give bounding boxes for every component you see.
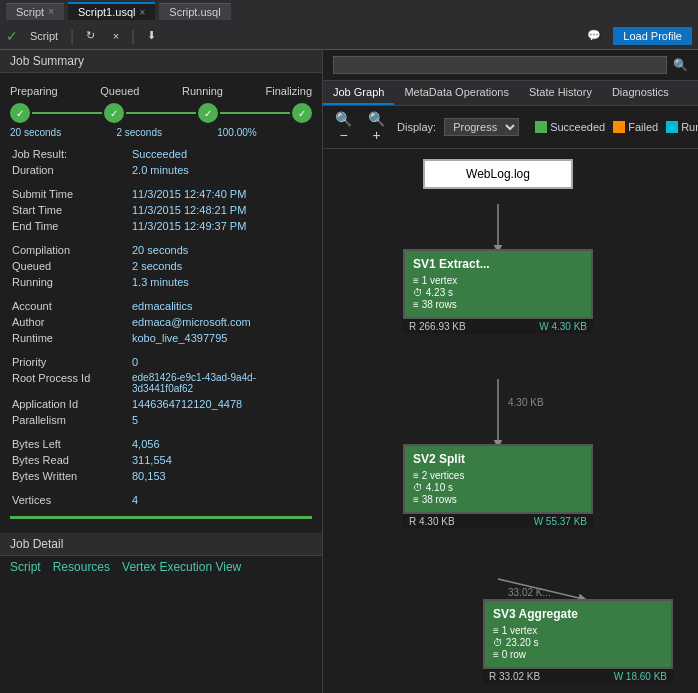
queued-value: 2 seconds xyxy=(130,258,312,274)
compilation-value: 20 seconds xyxy=(130,242,312,258)
end-time-value: 11/3/2015 12:49:37 PM xyxy=(130,218,312,234)
priority-label: Priority xyxy=(10,354,130,370)
tab-script1-close[interactable]: × xyxy=(139,7,145,18)
sv1-node[interactable]: SV1 Extract... ≡ 1 vertex ⏱ 4.23 s ≡ 38 … xyxy=(403,249,593,334)
tab-job-graph[interactable]: Job Graph xyxy=(323,81,394,105)
failed-label: Failed xyxy=(628,121,658,133)
bytes-read-value: 311,554 xyxy=(130,452,312,468)
job-detail-resources-link[interactable]: Resources xyxy=(53,560,110,574)
weblog-node[interactable]: WebLog.log xyxy=(423,159,573,189)
submit-time-label: Submit Time xyxy=(10,186,130,202)
sv2-footer: R 4.30 KB W 55.37 KB xyxy=(403,514,593,529)
graph-area: WebLog.log SV1 Extract... ≡ 1 vertex ⏱ 4… xyxy=(323,149,698,693)
sv1-w-value: W 4.30 KB xyxy=(539,321,587,332)
running-value: 1.3 minutes xyxy=(130,274,312,290)
graph-toolbar: 🔍− 🔍+ Display: Progress Data Time Succee… xyxy=(323,106,698,149)
download-icon: ⬇ xyxy=(147,29,156,42)
sv2-node[interactable]: SV2 Split ≡ 2 vertices ⏱ 4.10 s ≡ 38 row… xyxy=(403,444,593,529)
refresh-button[interactable]: ↻ xyxy=(80,27,101,44)
bytes-left-value: 4,056 xyxy=(130,436,312,452)
end-time-label: End Time xyxy=(10,218,130,234)
succeeded-label: Succeeded xyxy=(550,121,605,133)
right-panel: 🔍 Job Graph MetaData Operations State Hi… xyxy=(323,50,698,693)
edge-label-sv1-sv2: 4.30 KB xyxy=(508,397,544,408)
sv2-box: SV2 Split ≡ 2 vertices ⏱ 4.10 s ≡ 38 row… xyxy=(403,444,593,514)
bytes-left-label: Bytes Left xyxy=(10,436,130,452)
tabs-row: Job Graph MetaData Operations State Hist… xyxy=(323,81,698,106)
priority-value: 0 xyxy=(130,354,312,370)
legend-succeeded: Succeeded xyxy=(535,121,605,133)
tab-script1[interactable]: Script1.usql × xyxy=(68,2,155,20)
job-detail-vertex-execution-link[interactable]: Vertex Execution View xyxy=(122,560,241,574)
root-process-id-value: ede81426-e9c1-43ad-9a4d-3d3441f0af62 xyxy=(130,370,312,396)
job-detail-script-link[interactable]: Script xyxy=(10,560,41,574)
job-summary: Preparing Queued Running Finalizing ✓ ✓ xyxy=(0,73,322,527)
sv2-w-value: W 55.37 KB xyxy=(534,516,587,527)
tab-script[interactable]: Script × xyxy=(6,3,64,20)
job-detail-links: Script Resources Vertex Execution View xyxy=(10,556,312,574)
account-value: edmacalitics xyxy=(130,298,312,314)
graph-content: WebLog.log SV1 Extract... ≡ 1 vertex ⏱ 4… xyxy=(323,149,698,693)
succeeded-dot xyxy=(535,121,547,133)
sv3-footer: R 33.02 KB W 18.60 KB xyxy=(483,669,673,684)
sv3-r-value: R 33.02 KB xyxy=(489,671,540,682)
sv3-node[interactable]: SV3 Aggregate ≡ 1 vertex ⏱ 23.20 s ≡ 0 r… xyxy=(483,599,673,684)
main-layout: Job Summary Preparing Queued Running Fin… xyxy=(0,50,698,693)
message-button[interactable]: 💬 xyxy=(581,27,607,44)
bytes-read-label: Bytes Read xyxy=(10,452,130,468)
search-icon[interactable]: 🔍 xyxy=(673,58,688,72)
sv1-stat-rows: ≡ 38 rows xyxy=(413,299,583,310)
start-time-value: 11/3/2015 12:48:21 PM xyxy=(130,202,312,218)
preparing-time: 20 seconds xyxy=(10,127,61,138)
sv3-stat-vertices: ≡ 1 vertex xyxy=(493,625,663,636)
display-label: Display: xyxy=(397,121,436,133)
script-button[interactable]: Script xyxy=(24,28,64,44)
tab-state-history[interactable]: State History xyxy=(519,81,602,105)
download-button[interactable]: ⬇ xyxy=(141,27,162,44)
duration-value: 2.0 minutes xyxy=(130,162,312,178)
sv1-r-value: R 266.93 KB xyxy=(409,321,466,332)
tab-diagnostics[interactable]: Diagnostics xyxy=(602,81,679,105)
running-legend-label: Running xyxy=(681,121,698,133)
account-label: Account xyxy=(10,298,130,314)
tab-script-close[interactable]: × xyxy=(48,6,54,17)
sv1-stat-vertices: ≡ 1 vertex xyxy=(413,275,583,286)
parallelism-label: Parallelism xyxy=(10,412,130,428)
author-value: edmaca@microsoft.com xyxy=(130,314,312,330)
sv1-stat-time: ⏱ 4.23 s xyxy=(413,287,583,298)
running-dot xyxy=(666,121,678,133)
close-button[interactable]: × xyxy=(107,28,125,44)
display-select[interactable]: Progress Data Time xyxy=(444,118,519,136)
running-circle: ✓ xyxy=(198,103,218,123)
sv1-footer: R 266.93 KB W 4.30 KB xyxy=(403,319,593,334)
left-panel: Job Summary Preparing Queued Running Fin… xyxy=(0,50,323,693)
zoom-out-button[interactable]: 🔍− xyxy=(331,110,356,144)
job-detail-header: Job Detail xyxy=(0,533,322,556)
sv2-title: SV2 Split xyxy=(413,452,583,466)
search-input[interactable] xyxy=(333,56,667,74)
tab-script2-label: Script.usql xyxy=(169,6,220,18)
weblog-title: WebLog.log xyxy=(466,167,530,181)
zoom-in-button[interactable]: 🔍+ xyxy=(364,110,389,144)
runtime-value: kobo_live_4397795 xyxy=(130,330,312,346)
tab-script2[interactable]: Script.usql xyxy=(159,3,230,20)
vertices-value: 4 xyxy=(130,492,312,508)
runtime-label: Runtime xyxy=(10,330,130,346)
job-info-table: Job Result: Succeeded Duration 2.0 minut… xyxy=(10,146,312,508)
tab-metadata-operations[interactable]: MetaData Operations xyxy=(394,81,519,105)
toolbar: ✓ Script | ↻ × | ⬇ 💬 Load Profile xyxy=(0,22,698,50)
refresh-icon: ↻ xyxy=(86,29,95,42)
failed-dot xyxy=(613,121,625,133)
job-summary-header: Job Summary xyxy=(0,50,322,73)
submit-time-value: 11/3/2015 12:47:40 PM xyxy=(130,186,312,202)
parallelism-value: 5 xyxy=(130,412,312,428)
load-profile-button[interactable]: Load Profile xyxy=(613,27,692,45)
title-bar: Script × Script1.usql × Script.usql xyxy=(0,0,698,22)
sv3-stat-time: ⏱ 23.20 s xyxy=(493,637,663,648)
preparing-label: Preparing xyxy=(10,85,58,97)
compilation-label: Compilation xyxy=(10,242,130,258)
close-icon: × xyxy=(113,30,119,42)
tab-script1-label: Script1.usql xyxy=(78,6,135,18)
sv2-stat-time: ⏱ 4.10 s xyxy=(413,482,583,493)
weblog-box: WebLog.log xyxy=(423,159,573,189)
